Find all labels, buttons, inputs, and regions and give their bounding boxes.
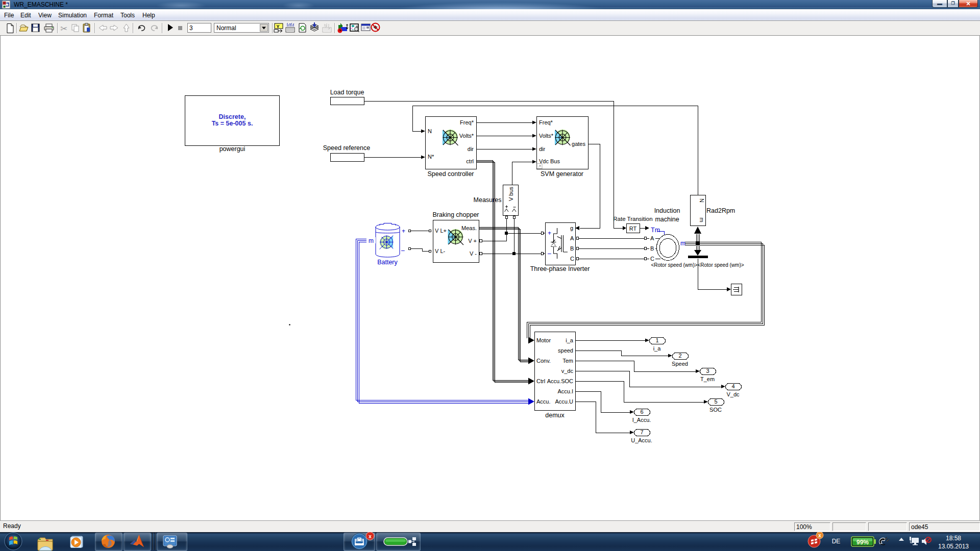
svg-text:machine: machine bbox=[655, 216, 679, 223]
svg-text:V +: V + bbox=[468, 238, 477, 244]
svg-text:99%: 99% bbox=[856, 539, 869, 546]
svg-text:B: B bbox=[650, 245, 654, 252]
svg-text:Tem: Tem bbox=[562, 358, 573, 364]
svg-text:v_dc: v_dc bbox=[561, 368, 574, 374]
svg-text:C: C bbox=[570, 256, 574, 262]
svg-text:speed: speed bbox=[558, 347, 573, 354]
svg-text:<Rotor speed (wm)>: <Rotor speed (wm)> bbox=[697, 262, 744, 268]
svg-text:–: – bbox=[401, 247, 405, 254]
svg-text:–: – bbox=[548, 250, 551, 257]
svg-text:13.05.2013: 13.05.2013 bbox=[938, 543, 969, 550]
svg-text:RT: RT bbox=[629, 226, 637, 232]
svg-text:Volts*: Volts* bbox=[539, 133, 554, 139]
svg-text:A: A bbox=[650, 235, 654, 241]
svg-text:g: g bbox=[570, 225, 573, 231]
svg-text:+: + bbox=[402, 228, 405, 235]
svg-text:Braking chopper: Braking chopper bbox=[432, 211, 479, 218]
svg-text:Rad2Rpm: Rad2Rpm bbox=[706, 207, 735, 214]
svg-text:B: B bbox=[570, 245, 574, 252]
svg-text:SVM generator: SVM generator bbox=[541, 170, 583, 178]
svg-text:Load torque: Load torque bbox=[330, 89, 364, 96]
svg-text:N: N bbox=[428, 128, 432, 134]
svg-text:powergui: powergui bbox=[219, 145, 246, 153]
svg-text:Accu.SOC: Accu.SOC bbox=[547, 378, 573, 384]
svg-text:Speed: Speed bbox=[672, 361, 688, 367]
svg-text:T_em: T_em bbox=[700, 376, 715, 382]
svg-text:C: C bbox=[650, 256, 654, 262]
svg-text:DE: DE bbox=[832, 538, 841, 545]
svg-text:V L-: V L- bbox=[435, 248, 446, 254]
svg-text:i_a: i_a bbox=[653, 345, 662, 352]
svg-text:m: m bbox=[680, 240, 685, 247]
svg-text:Tm: Tm bbox=[651, 227, 660, 234]
svg-text:m: m bbox=[699, 217, 705, 222]
svg-text:A: A bbox=[570, 235, 574, 241]
svg-text:V_dc: V_dc bbox=[726, 391, 740, 397]
svg-text:1: 1 bbox=[655, 337, 658, 343]
svg-text:Measures: Measures bbox=[474, 196, 502, 204]
svg-text:6: 6 bbox=[640, 409, 643, 415]
svg-text:x: x bbox=[369, 534, 372, 539]
svg-text:dir: dir bbox=[468, 146, 474, 152]
svg-text:m: m bbox=[369, 237, 374, 244]
svg-text:N: N bbox=[699, 198, 705, 203]
svg-text:18:58: 18:58 bbox=[946, 535, 961, 542]
svg-text:Speed reference: Speed reference bbox=[323, 144, 370, 152]
svg-text:3: 3 bbox=[706, 368, 709, 374]
svg-text:V bus: V bus bbox=[508, 186, 514, 201]
svg-text:Conv.: Conv. bbox=[536, 358, 551, 364]
svg-text:Volts*: Volts* bbox=[459, 133, 474, 139]
svg-text:3: 3 bbox=[189, 24, 193, 32]
svg-text:I_Accu.: I_Accu. bbox=[632, 417, 651, 423]
svg-text:Meas.: Meas. bbox=[461, 225, 477, 231]
svg-text:Motor: Motor bbox=[536, 337, 551, 343]
svg-text:Vdc Bus: Vdc Bus bbox=[539, 158, 560, 164]
svg-text:Battery: Battery bbox=[377, 259, 398, 266]
svg-text:Accu.: Accu. bbox=[536, 398, 551, 405]
svg-text:Normal: Normal bbox=[216, 24, 236, 32]
svg-text:Freq*: Freq* bbox=[460, 119, 474, 126]
svg-text:N*: N* bbox=[428, 154, 434, 160]
svg-text:demux: demux bbox=[545, 412, 565, 419]
svg-text:Accu.U: Accu.U bbox=[555, 398, 574, 405]
svg-text:Induction: Induction bbox=[654, 207, 680, 214]
svg-text:Speed controller: Speed controller bbox=[427, 170, 474, 178]
svg-text:V -: V - bbox=[470, 251, 477, 257]
svg-text:Rate Transition: Rate Transition bbox=[613, 216, 652, 222]
svg-text:V L+: V L+ bbox=[435, 228, 447, 234]
svg-text:ctrl: ctrl bbox=[466, 158, 474, 164]
svg-text:dir: dir bbox=[539, 146, 546, 152]
svg-text:Y: Y bbox=[277, 24, 280, 29]
svg-text:7: 7 bbox=[640, 429, 643, 435]
svg-text:Ts = 5e-005 s.: Ts = 5e-005 s. bbox=[212, 120, 253, 127]
svg-text:U_Accu.: U_Accu. bbox=[631, 437, 652, 443]
svg-text:SOC: SOC bbox=[709, 407, 722, 413]
svg-text:x: x bbox=[818, 533, 821, 538]
svg-text:Accu.I: Accu.I bbox=[557, 388, 573, 394]
svg-text:gates: gates bbox=[572, 141, 585, 147]
svg-text:Ctrl: Ctrl bbox=[536, 378, 545, 384]
svg-text:4: 4 bbox=[731, 383, 734, 389]
svg-text:+: + bbox=[548, 230, 551, 237]
svg-text:Three-phase Inverter: Three-phase Inverter bbox=[530, 265, 590, 272]
svg-text:5: 5 bbox=[714, 398, 717, 405]
svg-text:Freq*: Freq* bbox=[539, 119, 553, 126]
svg-text:✂: ✂ bbox=[60, 24, 67, 34]
svg-text:2: 2 bbox=[678, 353, 681, 359]
svg-text:i_a: i_a bbox=[566, 337, 574, 343]
svg-text:<Rotor speed (wm)>: <Rotor speed (wm)> bbox=[651, 262, 697, 268]
